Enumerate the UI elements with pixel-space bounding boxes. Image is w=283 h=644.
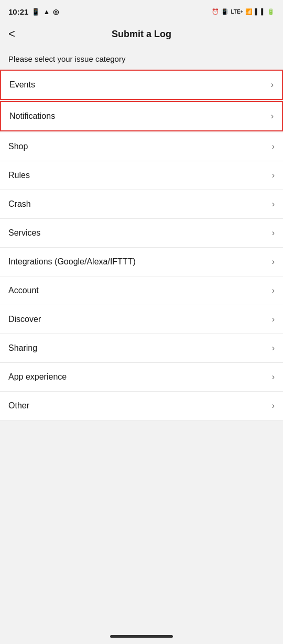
category-label-services: Services [8,228,40,238]
time-display: 10:21 [8,7,28,16]
chevron-icon-rules: › [272,171,275,180]
status-bar-right: ⏰ 📳 LTE+ 📶 ▌ ▌ 🔋 [212,8,275,15]
category-item-crash[interactable]: Crash › [0,190,283,219]
category-item-rules[interactable]: Rules › [0,161,283,190]
category-label-events: Events [9,80,35,90]
chevron-icon-services: › [272,228,275,238]
page-title: Submit a Log [112,29,171,40]
header: < Submit a Log [0,21,283,49]
category-label-shop: Shop [8,142,28,151]
battery-icon: 🔋 [267,8,275,15]
category-item-app-experience[interactable]: App experience › [0,363,283,392]
category-label-sharing: Sharing [8,343,37,353]
category-label-integrations: Integrations (Google/Alexa/IFTTT) [8,257,136,267]
home-indicator [110,635,173,638]
category-item-account[interactable]: Account › [0,276,283,305]
category-item-services[interactable]: Services › [0,219,283,248]
vibrate-icon: 📳 [221,8,228,15]
lte-label: LTE+ [231,9,243,15]
chevron-icon-account: › [272,286,275,295]
chevron-icon-crash: › [272,199,275,209]
status-bar-left: 10:21 📱 ▲ ◎ [8,7,59,16]
signal-bars-1: ▌ [255,8,259,15]
alarm-icon: ⏰ [212,8,219,15]
category-list: Events › Notifications › Shop › Rules › … [0,70,283,420]
category-item-shop[interactable]: Shop › [0,132,283,161]
category-item-other[interactable]: Other › [0,392,283,420]
chevron-icon-app-experience: › [272,372,275,382]
chevron-icon-integrations: › [272,257,275,267]
chevron-icon-shop: › [272,142,275,151]
arrow-up-icon: ▲ [43,8,50,16]
category-label-crash: Crash [8,199,31,209]
chevron-icon-other: › [272,401,275,410]
category-item-events[interactable]: Events › [0,70,283,100]
status-bar: 10:21 📱 ▲ ◎ ⏰ 📳 LTE+ 📶 ▌ ▌ 🔋 [0,0,283,21]
chevron-icon-notifications: › [271,112,274,121]
subtitle-text: Please select your issue category [0,49,283,70]
category-item-sharing[interactable]: Sharing › [0,334,283,363]
chevron-icon-sharing: › [272,343,275,353]
category-label-account: Account [8,286,39,295]
category-label-notifications: Notifications [9,112,55,121]
phone-icon: 📱 [31,8,40,16]
wifi-icon: 📶 [245,8,253,15]
category-item-integrations[interactable]: Integrations (Google/Alexa/IFTTT) › [0,248,283,276]
category-label-other: Other [8,401,29,410]
bottom-space [0,420,283,462]
category-item-discover[interactable]: Discover › [0,305,283,334]
category-item-notifications[interactable]: Notifications › [0,101,283,131]
category-items-wrapper: Notifications › Shop › Rules › Crash › S… [0,101,283,420]
category-label-discover: Discover [8,315,41,324]
category-label-rules: Rules [8,171,30,180]
back-button[interactable]: < [8,26,19,42]
chevron-icon-discover: › [272,315,275,324]
shazam-icon: ◎ [53,8,59,16]
category-label-app-experience: App experience [8,372,67,382]
chevron-icon-events: › [271,80,274,90]
signal-bars-2: ▌ [261,8,265,15]
